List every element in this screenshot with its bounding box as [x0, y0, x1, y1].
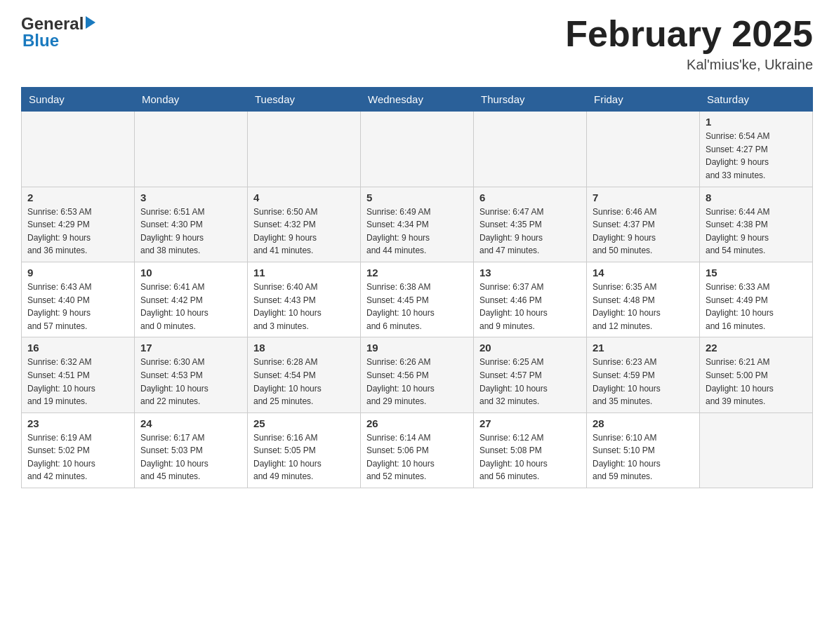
calendar-cell: 7Sunrise: 6:46 AM Sunset: 4:37 PM Daylig…: [587, 187, 700, 262]
day-number: 9: [27, 267, 128, 279]
calendar-cell: [361, 112, 474, 187]
day-info: Sunrise: 6:37 AM Sunset: 4:46 PM Dayligh…: [479, 281, 581, 333]
day-info: Sunrise: 6:16 AM Sunset: 5:05 PM Dayligh…: [253, 431, 355, 483]
calendar-cell: 15Sunrise: 6:33 AM Sunset: 4:49 PM Dayli…: [700, 262, 813, 337]
day-info: Sunrise: 6:30 AM Sunset: 4:53 PM Dayligh…: [140, 356, 241, 408]
day-info: Sunrise: 6:40 AM Sunset: 4:43 PM Dayligh…: [253, 281, 355, 333]
calendar-cell: [700, 412, 813, 488]
day-info: Sunrise: 6:51 AM Sunset: 4:30 PM Dayligh…: [140, 206, 241, 257]
day-info: Sunrise: 6:38 AM Sunset: 4:45 PM Dayligh…: [366, 281, 468, 333]
day-info: Sunrise: 6:33 AM Sunset: 4:49 PM Dayligh…: [706, 281, 807, 333]
day-number: 12: [366, 267, 468, 279]
day-info: Sunrise: 6:12 AM Sunset: 5:08 PM Dayligh…: [479, 431, 581, 483]
day-info: Sunrise: 6:26 AM Sunset: 4:56 PM Dayligh…: [366, 356, 468, 408]
day-info: Sunrise: 6:50 AM Sunset: 4:32 PM Dayligh…: [253, 206, 355, 257]
calendar-week-row: 23Sunrise: 6:19 AM Sunset: 5:02 PM Dayli…: [22, 412, 813, 488]
weekday-header-sunday: Sunday: [22, 88, 135, 112]
calendar-week-row: 9Sunrise: 6:43 AM Sunset: 4:40 PM Daylig…: [22, 262, 813, 337]
calendar-cell: 18Sunrise: 6:28 AM Sunset: 4:54 PM Dayli…: [248, 337, 361, 412]
day-info: Sunrise: 6:28 AM Sunset: 4:54 PM Dayligh…: [253, 356, 355, 408]
calendar-cell: 1Sunrise: 6:54 AM Sunset: 4:27 PM Daylig…: [700, 112, 813, 187]
calendar-cell: 12Sunrise: 6:38 AM Sunset: 4:45 PM Dayli…: [361, 262, 474, 337]
calendar-cell: 14Sunrise: 6:35 AM Sunset: 4:48 PM Dayli…: [587, 262, 700, 337]
location-label: Kal'mius'ke, Ukraine: [565, 57, 813, 73]
day-number: 20: [479, 342, 581, 354]
day-info: Sunrise: 6:47 AM Sunset: 4:35 PM Dayligh…: [479, 206, 581, 257]
day-info: Sunrise: 6:53 AM Sunset: 4:29 PM Dayligh…: [27, 206, 128, 257]
calendar-cell: 13Sunrise: 6:37 AM Sunset: 4:46 PM Dayli…: [474, 262, 587, 337]
day-number: 18: [253, 342, 355, 354]
weekday-header-thursday: Thursday: [474, 88, 587, 112]
calendar-cell: [474, 112, 587, 187]
calendar-cell: 19Sunrise: 6:26 AM Sunset: 4:56 PM Dayli…: [361, 337, 474, 412]
day-info: Sunrise: 6:25 AM Sunset: 4:57 PM Dayligh…: [479, 356, 581, 408]
calendar-cell: 11Sunrise: 6:40 AM Sunset: 4:43 PM Dayli…: [248, 262, 361, 337]
logo-blue-text: Blue: [22, 31, 95, 51]
day-number: 23: [27, 417, 128, 429]
calendar-cell: 21Sunrise: 6:23 AM Sunset: 4:59 PM Dayli…: [587, 337, 700, 412]
day-number: 24: [140, 417, 241, 429]
month-title: February 2025: [565, 14, 813, 54]
weekday-header-monday: Monday: [135, 88, 248, 112]
calendar-week-row: 16Sunrise: 6:32 AM Sunset: 4:51 PM Dayli…: [22, 337, 813, 412]
day-number: 10: [140, 267, 241, 279]
day-number: 14: [593, 267, 694, 279]
calendar-cell: 5Sunrise: 6:49 AM Sunset: 4:34 PM Daylig…: [361, 187, 474, 262]
weekday-header-friday: Friday: [587, 88, 700, 112]
day-number: 7: [593, 192, 694, 203]
calendar-cell: 16Sunrise: 6:32 AM Sunset: 4:51 PM Dayli…: [22, 337, 135, 412]
calendar-cell: 22Sunrise: 6:21 AM Sunset: 5:00 PM Dayli…: [700, 337, 813, 412]
calendar-cell: 24Sunrise: 6:17 AM Sunset: 5:03 PM Dayli…: [135, 412, 248, 488]
day-info: Sunrise: 6:23 AM Sunset: 4:59 PM Dayligh…: [593, 356, 694, 408]
title-block: February 2025 Kal'mius'ke, Ukraine: [565, 14, 813, 73]
day-number: 6: [479, 192, 581, 203]
calendar-week-row: 2Sunrise: 6:53 AM Sunset: 4:29 PM Daylig…: [22, 187, 813, 262]
calendar-cell: 25Sunrise: 6:16 AM Sunset: 5:05 PM Dayli…: [248, 412, 361, 488]
day-number: 15: [706, 267, 807, 279]
logo-arrow-icon: [86, 16, 95, 29]
day-info: Sunrise: 6:44 AM Sunset: 4:38 PM Dayligh…: [706, 206, 807, 257]
day-number: 11: [253, 267, 355, 279]
calendar-week-row: 1Sunrise: 6:54 AM Sunset: 4:27 PM Daylig…: [22, 112, 813, 187]
calendar-cell: 23Sunrise: 6:19 AM Sunset: 5:02 PM Dayli…: [22, 412, 135, 488]
day-info: Sunrise: 6:21 AM Sunset: 5:00 PM Dayligh…: [706, 356, 807, 408]
weekday-header-saturday: Saturday: [700, 88, 813, 112]
calendar-cell: 4Sunrise: 6:50 AM Sunset: 4:32 PM Daylig…: [248, 187, 361, 262]
day-info: Sunrise: 6:32 AM Sunset: 4:51 PM Dayligh…: [27, 356, 128, 408]
day-info: Sunrise: 6:43 AM Sunset: 4:40 PM Dayligh…: [27, 281, 128, 333]
day-info: Sunrise: 6:14 AM Sunset: 5:06 PM Dayligh…: [366, 431, 468, 483]
calendar-cell: 2Sunrise: 6:53 AM Sunset: 4:29 PM Daylig…: [22, 187, 135, 262]
calendar-cell: 6Sunrise: 6:47 AM Sunset: 4:35 PM Daylig…: [474, 187, 587, 262]
calendar-cell: 17Sunrise: 6:30 AM Sunset: 4:53 PM Dayli…: [135, 337, 248, 412]
calendar-cell: [248, 112, 361, 187]
day-info: Sunrise: 6:49 AM Sunset: 4:34 PM Dayligh…: [366, 206, 468, 257]
calendar-cell: 10Sunrise: 6:41 AM Sunset: 4:42 PM Dayli…: [135, 262, 248, 337]
calendar-cell: 8Sunrise: 6:44 AM Sunset: 4:38 PM Daylig…: [700, 187, 813, 262]
day-number: 3: [140, 192, 241, 203]
day-number: 16: [27, 342, 128, 354]
day-info: Sunrise: 6:19 AM Sunset: 5:02 PM Dayligh…: [27, 431, 128, 483]
day-info: Sunrise: 6:54 AM Sunset: 4:27 PM Dayligh…: [706, 130, 807, 182]
page-header: General Blue February 2025 Kal'mius'ke, …: [21, 14, 813, 73]
day-number: 26: [366, 417, 468, 429]
calendar-cell: 27Sunrise: 6:12 AM Sunset: 5:08 PM Dayli…: [474, 412, 587, 488]
day-info: Sunrise: 6:41 AM Sunset: 4:42 PM Dayligh…: [140, 281, 241, 333]
calendar-cell: 28Sunrise: 6:10 AM Sunset: 5:10 PM Dayli…: [587, 412, 700, 488]
day-number: 27: [479, 417, 581, 429]
day-info: Sunrise: 6:10 AM Sunset: 5:10 PM Dayligh…: [593, 431, 694, 483]
day-info: Sunrise: 6:35 AM Sunset: 4:48 PM Dayligh…: [593, 281, 694, 333]
logo: General Blue: [21, 14, 95, 51]
day-number: 17: [140, 342, 241, 354]
calendar-cell: [135, 112, 248, 187]
calendar-cell: 9Sunrise: 6:43 AM Sunset: 4:40 PM Daylig…: [22, 262, 135, 337]
day-number: 21: [593, 342, 694, 354]
weekday-header-row: SundayMondayTuesdayWednesdayThursdayFrid…: [22, 88, 813, 112]
calendar-cell: 26Sunrise: 6:14 AM Sunset: 5:06 PM Dayli…: [361, 412, 474, 488]
day-number: 25: [253, 417, 355, 429]
calendar-cell: [22, 112, 135, 187]
day-number: 4: [253, 192, 355, 203]
day-number: 28: [593, 417, 694, 429]
day-number: 2: [27, 192, 128, 203]
weekday-header-wednesday: Wednesday: [361, 88, 474, 112]
day-number: 1: [706, 116, 807, 128]
